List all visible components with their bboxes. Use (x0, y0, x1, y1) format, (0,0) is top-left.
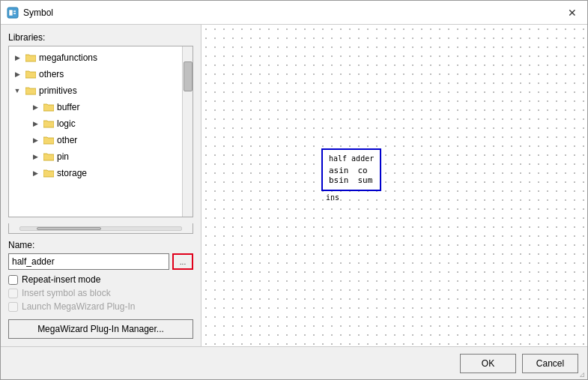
name-label: Name: (8, 240, 193, 250)
half-adder-box: half adder asin bsin co sum ins (321, 148, 381, 191)
libraries-label: Libraries: (8, 32, 193, 43)
tree-item-pin[interactable]: ▶ pin (9, 148, 193, 165)
toggle-buffer[interactable]: ▶ (30, 102, 40, 112)
left-panel: Libraries: ▶ megafunctions ▶ (1, 25, 201, 346)
title-bar: Symbol ✕ (1, 1, 587, 25)
port-co: co (358, 166, 373, 175)
toggle-other[interactable]: ▶ (30, 135, 40, 145)
browse-button-label: ... (180, 258, 186, 266)
toggle-primitives[interactable]: ▼ (12, 85, 22, 96)
cancel-label: Cancel (536, 358, 564, 369)
port-inputs: asin bsin (329, 166, 349, 185)
horizontal-scrollbar-thumb[interactable] (37, 227, 101, 230)
symbol-preview: half adder asin bsin co sum ins (321, 148, 381, 191)
toggle-logic[interactable]: ▶ (30, 118, 40, 129)
tree-container[interactable]: ▶ megafunctions ▶ others (8, 46, 193, 217)
label-primitives: primitives (39, 84, 77, 97)
tree-item-storage[interactable]: ▶ storage (9, 165, 193, 181)
label-other: other (57, 133, 77, 147)
toggle-storage[interactable]: ▶ (30, 168, 40, 178)
folder-icon-primitives (25, 85, 37, 96)
tree-item-others[interactable]: ▶ others (9, 66, 193, 82)
repeat-insert-checkbox[interactable] (8, 275, 18, 285)
vertical-scrollbar[interactable] (182, 46, 193, 217)
port-bsin: bsin (329, 175, 349, 185)
symbol-dialog: Symbol ✕ Libraries: ▶ megafunctions (0, 0, 588, 380)
tree-item-megafunctions[interactable]: ▶ megafunctions (9, 49, 193, 66)
tree-item-logic[interactable]: ▶ logic (9, 115, 193, 132)
dialog-body: Libraries: ▶ megafunctions ▶ (1, 25, 587, 346)
label-others: others (39, 67, 64, 81)
label-storage: storage (57, 166, 87, 180)
folder-icon-logic (43, 118, 55, 129)
label-buffer: buffer (57, 100, 79, 114)
folder-icon-others (25, 69, 37, 79)
label-logic: logic (57, 117, 76, 130)
folder-icon-buffer (43, 102, 55, 112)
horizontal-scrollbar-container[interactable] (8, 223, 193, 234)
name-input[interactable] (8, 253, 169, 270)
title-bar-text: Symbol (23, 7, 563, 18)
folder-icon-megafunctions (25, 52, 37, 63)
tree-inner: ▶ megafunctions ▶ others (9, 46, 193, 184)
label-megafunctions: megafunctions (39, 51, 97, 64)
close-button[interactable]: ✕ (563, 4, 581, 22)
toggle-others[interactable]: ▶ (12, 69, 22, 79)
launch-megawizard-row: Launch MegaWizard Plug-In (8, 301, 193, 312)
tree-item-buffer[interactable]: ▶ buffer (9, 99, 193, 115)
ok-label: OK (482, 358, 494, 369)
resize-corner[interactable]: ⊿ (578, 370, 586, 378)
browse-button[interactable]: ... (172, 253, 193, 270)
megawizard-button-label: MegaWizard Plug-In Manager... (37, 324, 164, 334)
port-outputs: co sum (358, 166, 373, 185)
bottom-bar: OK Cancel (1, 346, 587, 379)
tree-item-primitives[interactable]: ▼ primitives (9, 82, 193, 99)
port-sum: sum (358, 175, 373, 185)
half-adder-title: half adder (329, 154, 374, 163)
folder-icon-pin (43, 151, 55, 162)
svg-rect-1 (9, 10, 13, 16)
toggle-megafunctions[interactable]: ▶ (12, 52, 22, 63)
half-adder-ports: asin bsin co sum (329, 166, 374, 185)
megawizard-button[interactable]: MegaWizard Plug-In Manager... (8, 319, 193, 339)
label-pin: pin (57, 150, 69, 163)
repeat-insert-row: Repeat-insert mode (8, 274, 193, 285)
toggle-pin[interactable]: ▶ (30, 151, 40, 162)
tree-item-other[interactable]: ▶ other (9, 132, 193, 148)
ok-button[interactable]: OK (460, 354, 516, 373)
launch-megawizard-label: Launch MegaWizard Plug-In (22, 301, 135, 312)
scrollbar-thumb-v[interactable] (184, 61, 193, 91)
name-input-row: ... (8, 253, 193, 270)
dots-background (201, 25, 587, 346)
insert-as-block-row: Insert symbol as block (8, 288, 193, 298)
ins-label: ins (326, 193, 339, 202)
folder-icon-other (43, 135, 55, 145)
folder-icon-storage (43, 168, 55, 178)
name-section: Name: ... (8, 240, 193, 270)
cancel-button[interactable]: Cancel (522, 354, 578, 373)
insert-as-block-label: Insert symbol as block (22, 288, 111, 298)
insert-as-block-checkbox[interactable] (8, 289, 18, 298)
port-asin: asin (329, 166, 349, 175)
launch-megawizard-checkbox[interactable] (8, 302, 18, 312)
dialog-icon (7, 7, 19, 19)
right-panel: half adder asin bsin co sum ins (201, 25, 587, 346)
repeat-insert-label[interactable]: Repeat-insert mode (22, 274, 100, 285)
horizontal-scrollbar-track (19, 226, 182, 231)
